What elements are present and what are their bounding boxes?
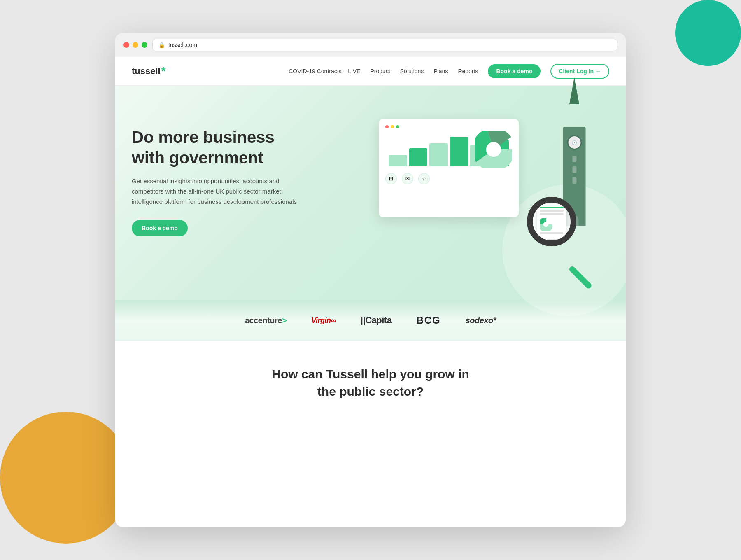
bg-circle-orange [0,412,132,544]
hero-left: Do more business with government Get ess… [132,110,305,236]
bigben-window-2 [572,166,576,173]
svg-point-6 [543,222,548,227]
traffic-lights [124,42,147,48]
url-text: tussell.com [168,42,197,48]
bigben-clock: 🕐 [567,135,582,150]
pie-chart [475,131,512,168]
dash-icon-2: ✉ [402,173,413,184]
hero-title: Do more business with government [132,127,305,168]
bg-circle-green [675,0,741,66]
bar-1 [389,155,407,166]
hero-illustration: ⊞ ✉ ☆ 🕐 [379,110,609,283]
mini-document [537,204,566,239]
doc-line-4 [540,232,564,234]
doc-line-3 [540,213,564,215]
nav-product[interactable]: Product [370,68,390,75]
close-button[interactable] [124,42,129,48]
mini-pie [540,218,552,231]
logo-capita: ||Capita [361,315,392,326]
dashboard-dots [385,125,512,128]
browser-window: 🔒 tussell.com tussell * COVID-19 Contrac… [115,33,626,527]
browser-chrome: 🔒 tussell.com [115,33,626,57]
nav-links: COVID-19 Contracts – LIVE Product Soluti… [289,64,609,79]
dash-icon-1: ⊞ [385,173,397,184]
navbar: tussell * COVID-19 Contracts – LIVE Prod… [115,57,626,86]
bar-2 [409,148,428,166]
bigben-window-1 [572,156,576,162]
icon-row: ⊞ ✉ ☆ [385,173,512,184]
bigben-spire [569,77,579,104]
nav-reports[interactable]: Reports [458,68,478,75]
bottom-section: How can Tussell help you grow inthe publ… [115,341,626,417]
maximize-button[interactable] [142,42,147,48]
nav-covid[interactable]: COVID-19 Contracts – LIVE [289,68,360,75]
book-demo-nav-button[interactable]: Book a demo [488,64,541,78]
nav-plans[interactable]: Plans [433,68,448,75]
bottom-title: How can Tussell help you grow inthe publ… [132,366,609,400]
site-content: tussell * COVID-19 Contracts – LIVE Prod… [115,57,626,527]
doc-line-2 [540,210,564,212]
magnify-glass [527,197,593,263]
logo-text: tussell [132,66,161,77]
logo-dot: * [161,65,166,77]
svg-point-3 [486,142,501,157]
lock-icon: 🔒 [158,42,165,48]
dashboard-card: ⊞ ✉ ☆ [379,119,519,217]
magnify-circle [527,197,576,246]
bigben-windows [572,156,576,184]
client-login-button[interactable]: Client Log In → [550,64,609,79]
dot-green [396,125,399,128]
dash-icon-3: ☆ [418,173,430,184]
logo-bcg: BCG [416,315,440,326]
hero-demo-button[interactable]: Book a demo [132,220,188,236]
hero-section: Do more business with government Get ess… [115,86,626,300]
address-bar[interactable]: 🔒 tussell.com [152,39,618,51]
hero-description: Get essential insights into opportunitie… [132,176,305,207]
logo-sodexo: sodexo* [466,316,496,325]
nav-solutions[interactable]: Solutions [400,68,424,75]
logo-virgin: Virgin∞ [311,316,336,325]
doc-line-1 [540,207,564,208]
dot-red [385,125,389,128]
bar-3 [429,143,448,166]
site-logo[interactable]: tussell * [132,65,166,77]
logo-accenture: accenture> [245,316,287,325]
bar-4 [450,137,468,166]
magnify-container [506,184,597,275]
minimize-button[interactable] [133,42,138,48]
dot-yellow [391,125,394,128]
bigben-window-3 [572,177,576,184]
